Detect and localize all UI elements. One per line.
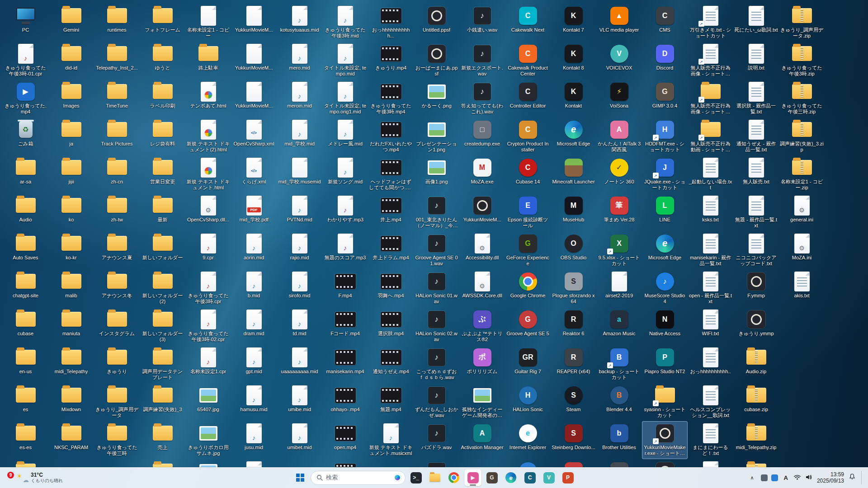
desktop-icon[interactable]: ohhayo-.mp4	[322, 383, 368, 421]
notification-bell-icon[interactable]	[849, 474, 855, 482]
desktop-icon[interactable]: Auto Saves	[3, 231, 48, 269]
desktop-icon[interactable]: 調声用データテンプレート	[140, 345, 185, 383]
desktop-icon[interactable]: 路上駐車	[185, 42, 231, 80]
desktop-icon[interactable]: Audio.zip	[733, 345, 779, 383]
desktop-icon[interactable]: ぷぷよぷよ™テトリス®2	[459, 307, 505, 345]
desktop-icon[interactable]: フォトフレーム	[140, 4, 185, 42]
desktop-icon[interactable]: CCakewalk Product Center	[505, 42, 551, 80]
desktop-icon[interactable]: ♪ずんだもん_しおかぜ.wav	[414, 383, 459, 421]
desktop-icon[interactable]: SSteinberg Downlo...	[551, 421, 596, 459]
desktop-icon[interactable]: ♪mero.mid	[277, 42, 322, 80]
desktop-icon[interactable]	[322, 459, 368, 467]
desktop-icon[interactable]: PDFmid_学校.pdf	[231, 193, 277, 231]
tray-app-2-icon[interactable]	[771, 474, 778, 481]
desktop-icon[interactable]: 調声練習(失敗)_3	[140, 383, 185, 421]
desktop-icon[interactable]: _起動しない場合.txt	[688, 155, 733, 193]
desktop-icon[interactable]	[140, 459, 185, 467]
desktop-icon[interactable]: ⚙AWSSDK.Core.dll	[459, 269, 505, 307]
desktop-icon[interactable]: ♪HALion Sonic 02.wav	[414, 307, 459, 345]
desktop-icon[interactable]: きゅうり.ymmp	[733, 307, 779, 345]
desktop-icon[interactable]: Telepathy_Inst_2...	[94, 42, 140, 80]
desktop-icon[interactable]: ポポリリリズム	[459, 345, 505, 383]
desktop-icon[interactable]: きゅうりボカロ用サムネ.jpg	[185, 421, 231, 459]
desktop-icon[interactable]: ♪きゅうり食ってた午後3時.mid	[322, 4, 368, 42]
desktop-icon[interactable]: 無題 - 親作品一覧.txt	[733, 193, 779, 231]
desktop-icon[interactable]: ♪001_東北きりたん（ノーマル）_今しゃ...	[414, 193, 459, 231]
desktop-icon[interactable]: YukkuriMovieM...	[231, 4, 277, 42]
desktop-icon[interactable]: ♪MuseScore Studio 4	[642, 269, 688, 307]
desktop-icon[interactable]: manisekarin.mp4	[322, 345, 368, 383]
taskbar-voicevox[interactable]: V	[540, 469, 557, 486]
desktop-icon[interactable]: 新しいフォルダー (2)	[140, 269, 185, 307]
desktop-icon[interactable]: </>くらげ.xml	[231, 155, 277, 193]
desktop-icon[interactable]: ♪HALion Sonic 01.wav	[414, 269, 459, 307]
desktop-icon[interactable]: ♪わかりやす.mp3	[322, 193, 368, 231]
desktop-icon[interactable]: おっhhhhhhhhhh..	[688, 345, 733, 383]
desktop-icon[interactable]: きゅうり.mp4	[368, 42, 414, 80]
desktop-icon[interactable]: ↗syasinn - ショートカット	[642, 383, 688, 421]
desktop-icon[interactable]: 新規 テキスト ドキュメント.html	[185, 155, 231, 193]
desktop-icon[interactable]: ja	[48, 117, 94, 155]
desktop-icon[interactable]: manisekarin - 親作品一覧.txt	[688, 231, 733, 269]
desktop-icon[interactable]: GGeForce Experience	[505, 231, 551, 269]
desktop-icon[interactable]: おーばーまにあ.ppsf	[414, 42, 459, 80]
desktop-icon[interactable]: aAmazon Music	[596, 307, 642, 345]
desktop-icon[interactable]: ♪	[231, 459, 277, 467]
desktop-icon[interactable]: 最新	[140, 193, 185, 231]
desktop-icon[interactable]: ▲VLC media player	[596, 4, 642, 42]
desktop-icon[interactable]: open.mp4	[322, 421, 368, 459]
desktop-icon[interactable]: es-es	[3, 421, 48, 459]
desktop-icon[interactable]: ♪PVTNd.mid	[277, 193, 322, 231]
desktop-icon[interactable]	[551, 459, 596, 467]
desktop-icon[interactable]: SPlogue sforzando x64	[551, 269, 596, 307]
desktop-icon[interactable]: did-id	[48, 42, 94, 80]
desktop-icon[interactable]: mid_学校.musemid	[277, 155, 322, 193]
desktop-icon[interactable]: ヘッドフォンはずしてても聞かつ.mp4	[368, 155, 414, 193]
desktop-icon[interactable]: 羽舞へ.mp4	[368, 269, 414, 307]
desktop-icon[interactable]: ⚙Accessibility.dll	[459, 231, 505, 269]
desktop-icon[interactable]	[733, 459, 779, 467]
desktop-icon[interactable]: Images	[48, 80, 94, 117]
desktop-icon[interactable]: Fコード.mp4	[322, 307, 368, 345]
desktop-icon[interactable]: eInternet Explorer	[505, 421, 551, 459]
desktop-icon[interactable]: ⚙OpenCvSharp.dll...	[185, 193, 231, 231]
desktop-icon[interactable]	[185, 459, 231, 467]
desktop-icon[interactable]: 井上.mp4	[368, 193, 414, 231]
desktop-icon[interactable]: TimeTune	[94, 80, 140, 117]
desktop-icon[interactable]: ♪9.cpr	[185, 231, 231, 269]
desktop-icon[interactable]: 無人販売.txt	[733, 155, 779, 193]
desktop-icon[interactable]: アナウンス冬	[94, 269, 140, 307]
desktop-icon[interactable]: cubase	[3, 307, 48, 345]
desktop-icon[interactable]: ♪Groove Agent SE 01.wav	[414, 231, 459, 269]
desktop-icon[interactable]: ♪uaaaaaaaaa.mid	[277, 345, 322, 383]
desktop-icon[interactable]: テンポあて.html	[185, 80, 231, 117]
desktop-icon[interactable]: 売上	[140, 421, 185, 459]
wifi-icon[interactable]	[794, 474, 801, 482]
desktop-icon[interactable]: akis.txt	[779, 269, 825, 307]
desktop-background[interactable]: PCGeminiruntimesフォトフレーム名称未設定1 - コピーYukku…	[0, 0, 868, 467]
desktop-icon[interactable]: ✓ノートン 360	[596, 155, 642, 193]
taskbar-terminal[interactable]: >_	[407, 469, 425, 486]
desktop-icon[interactable]: en-us	[3, 345, 48, 383]
desktop-icon[interactable]: ♪メドレー風.mid	[322, 117, 368, 155]
desktop-icon[interactable]: </>OpenCvSharp.xml	[231, 117, 277, 155]
desktop-icon[interactable]: □createdump.exe	[459, 117, 505, 155]
desktop-icon[interactable]: 筆筆まめ Ver.28	[596, 193, 642, 231]
desktop-icon[interactable]: ♪無題のスコア.mp3	[322, 231, 368, 269]
desktop-icon[interactable]: ♻ごみ箱	[3, 117, 48, 155]
desktop-icon[interactable]: J↗JQuake.exe - ショートカット	[642, 155, 688, 193]
desktop-icon[interactable]: VVOICEVOX	[596, 42, 642, 80]
desktop-icon[interactable]: ラベル印刷	[140, 80, 185, 117]
desktop-icon[interactable]: ♪きゅうり食ってた午後3時.cpr	[185, 269, 231, 307]
tray-app-1-icon[interactable]	[761, 474, 768, 481]
desktop-icon[interactable]: ko	[48, 193, 94, 231]
start-button[interactable]	[292, 469, 309, 486]
desktop-icon[interactable]: ko-kr	[48, 231, 94, 269]
desktop-icon[interactable]: jijii	[48, 155, 94, 193]
desktop-icon[interactable]: LLINE	[642, 193, 688, 231]
desktop-icon[interactable]: ♪b.mid	[231, 269, 277, 307]
desktop-icon[interactable]: PPiapro Studio NT2	[642, 345, 688, 383]
desktop-icon[interactable]: NKSC_PARAM	[48, 421, 94, 459]
desktop-icon[interactable]: ♪新規ソング.mid	[322, 155, 368, 193]
desktop-icon[interactable]: CCrypton Product Installer	[505, 117, 551, 155]
